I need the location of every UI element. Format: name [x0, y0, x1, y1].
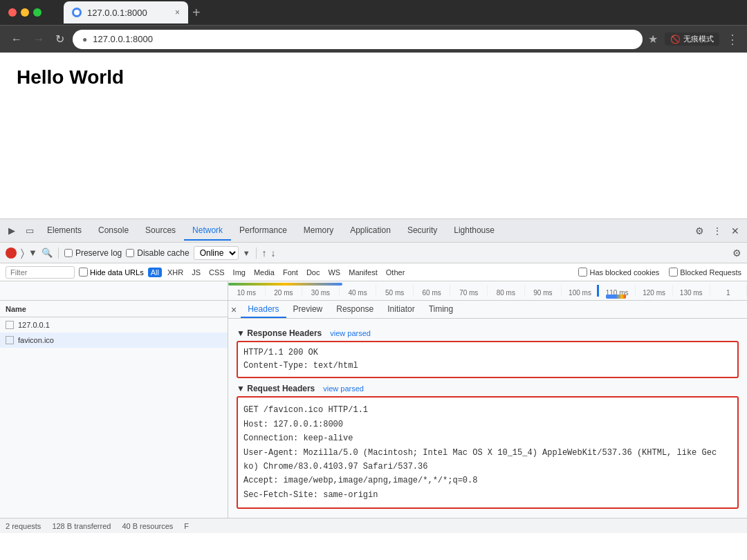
page-content: Hello World — [0, 53, 747, 218]
devtools-more-icon[interactable]: ⋮ — [708, 222, 726, 240]
tab-network[interactable]: Network — [184, 221, 231, 241]
details-tab-response[interactable]: Response — [329, 301, 380, 318]
disable-cache-input[interactable] — [126, 249, 134, 257]
timeline-header: 10 ms 20 ms 30 ms 40 ms 50 ms 60 ms 70 m… — [0, 281, 747, 301]
blocked-req-input[interactable] — [669, 268, 678, 277]
details-tab-headers[interactable]: Headers — [241, 301, 286, 318]
download-btn[interactable]: ↓ — [271, 248, 276, 259]
details-tab-timing[interactable]: Timing — [422, 301, 461, 318]
filter-tag-all[interactable]: All — [148, 268, 162, 277]
tab-sources[interactable]: Sources — [137, 221, 184, 241]
browser-chrome: 127.0.0.1:8000 × + ← → ↻ ● 127.0.0.1:800… — [0, 0, 747, 53]
request-headers-label: ▼ Request Headers — [237, 384, 315, 393]
request-headers-title: ▼ Request Headers view parsed — [237, 384, 739, 393]
request-icon-1 — [6, 321, 14, 329]
maximize-light[interactable] — [33, 8, 42, 17]
filter-input[interactable] — [6, 266, 75, 279]
lock-icon: ● — [82, 35, 87, 44]
devtools-cursor-icon[interactable]: ▶ — [3, 222, 21, 240]
request-row-2[interactable]: favicon.ico — [0, 333, 228, 348]
details-tabbar: × Headers Preview Response Initiator Tim… — [228, 301, 747, 319]
toolbar-sep1 — [58, 248, 59, 259]
url-bar[interactable]: ● 127.0.0.1:8000 — [73, 30, 643, 49]
tick-100ms: 100 ms — [562, 285, 599, 297]
clear-btn[interactable]: 〉 — [21, 247, 24, 259]
devtools-settings-icon[interactable]: ⚙ — [690, 222, 708, 240]
requests-count: 2 requests — [6, 522, 41, 530]
tab-performance[interactable]: Performance — [231, 221, 295, 241]
filter-tag-font[interactable]: Font — [280, 268, 301, 277]
more-btn[interactable]: ⋮ — [726, 32, 739, 47]
record-btn[interactable] — [6, 248, 17, 259]
has-blocked-cookies[interactable]: Has blocked cookies — [578, 268, 659, 277]
toolbar-settings-icon[interactable]: ⚙ — [732, 248, 741, 259]
filter-tag-xhr[interactable]: XHR — [165, 268, 186, 277]
hide-data-urls-input[interactable] — [79, 268, 88, 277]
tab-memory[interactable]: Memory — [295, 221, 342, 241]
star-icon[interactable]: ★ — [648, 32, 658, 46]
filter-tag-js[interactable]: JS — [189, 268, 203, 277]
devtools-toolbar: 〉 ▼ 🔍 Preserve log Disable cache Online … — [0, 243, 747, 263]
request-row-1[interactable]: 127.0.0.1 — [0, 317, 228, 333]
preserve-log-input[interactable] — [64, 249, 73, 257]
filter-tag-ws[interactable]: WS — [325, 268, 343, 277]
request-icon-2 — [6, 336, 14, 344]
tab-elements[interactable]: Elements — [39, 221, 90, 241]
req-header-line-7: Sec-Fetch-Site: same-origin — [243, 488, 732, 502]
refresh-btn[interactable]: ↻ — [53, 30, 67, 48]
devtools-mobile-icon[interactable]: ▭ — [21, 222, 39, 240]
details-tab-initiator[interactable]: Initiator — [380, 301, 421, 318]
details-close-btn[interactable]: × — [231, 304, 237, 315]
hide-data-urls-label: Hide data URLs — [90, 268, 144, 277]
req-header-line-2: Host: 127.0.0.1:8000 — [243, 418, 732, 431]
tick-50ms: 50 ms — [376, 285, 414, 297]
request-headers-box: GET /favicon.ico HTTP/1.1 Host: 127.0.0.… — [237, 396, 739, 509]
request-view-parsed[interactable]: view parsed — [323, 384, 364, 393]
has-blocked-input[interactable] — [578, 268, 587, 277]
address-bar: ← → ↻ ● 127.0.0.1:8000 ★ 🚫 无痕模式 ⋮ — [0, 25, 747, 53]
filter-tag-other[interactable]: Other — [383, 268, 408, 277]
tick-90ms: 90 ms — [525, 285, 562, 297]
details-tab-preview[interactable]: Preview — [286, 301, 330, 318]
minimize-light[interactable] — [21, 8, 29, 17]
filter-icon[interactable]: ▼ — [28, 248, 37, 258]
tab-console[interactable]: Console — [90, 221, 137, 241]
filter-bar: Hide data URLs All XHR JS CSS Img Media … — [0, 263, 747, 281]
forward-btn[interactable]: → — [30, 30, 47, 48]
filter-tag-img[interactable]: Img — [230, 268, 248, 277]
blocked-requests[interactable]: Blocked Requests — [669, 268, 741, 277]
filter-tag-media[interactable]: Media — [251, 268, 277, 277]
new-tab-btn[interactable]: + — [192, 5, 201, 21]
response-view-parsed[interactable]: view parsed — [330, 329, 371, 337]
tick-20ms: 20 ms — [266, 285, 303, 297]
response-header-line-2: Content-Type: text/html — [243, 360, 732, 373]
incognito-icon: 🚫 — [670, 35, 681, 44]
tab-lighthouse[interactable]: Lighthouse — [445, 221, 503, 241]
active-tab[interactable]: 127.0.0.1:8000 × — [64, 1, 188, 24]
devtools: ▶ ▭ Elements Console Sources Network Per… — [0, 218, 747, 533]
tick-60ms: 60 ms — [414, 285, 451, 297]
throttle-select[interactable]: Online — [194, 246, 239, 260]
tab-close-btn[interactable]: × — [175, 8, 180, 17]
req-header-line-5: ko) Chrome/83.0.4103.97 Safari/537.36 — [243, 460, 732, 474]
filter-tag-doc[interactable]: Doc — [304, 268, 323, 277]
preserve-log-checkbox[interactable]: Preserve log — [64, 248, 122, 258]
filter-tag-css[interactable]: CSS — [206, 268, 228, 277]
incognito-btn[interactable]: 🚫 无痕模式 — [665, 32, 719, 46]
filter-tag-manifest[interactable]: Manifest — [346, 268, 380, 277]
request-name-1: 127.0.0.1 — [18, 321, 222, 329]
search-icon[interactable]: 🔍 — [42, 248, 53, 258]
tab-security[interactable]: Security — [399, 221, 445, 241]
upload-btn[interactable]: ↑ — [262, 248, 267, 259]
tick-40ms: 40 ms — [340, 285, 377, 297]
incognito-label: 无痕模式 — [683, 34, 714, 44]
details-panel: × Headers Preview Response Initiator Tim… — [228, 301, 747, 518]
devtools-close-icon[interactable]: ✕ — [726, 222, 744, 240]
hide-data-urls[interactable]: Hide data URLs — [79, 268, 144, 277]
chevron-down-icon[interactable]: ▼ — [243, 249, 250, 257]
tab-application[interactable]: Application — [342, 221, 399, 241]
back-btn[interactable]: ← — [8, 30, 25, 48]
disable-cache-checkbox[interactable]: Disable cache — [126, 248, 189, 258]
close-light[interactable] — [8, 8, 17, 17]
requests-header: Name — [0, 301, 228, 317]
